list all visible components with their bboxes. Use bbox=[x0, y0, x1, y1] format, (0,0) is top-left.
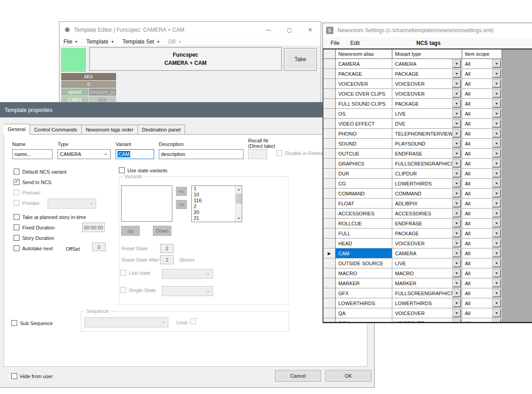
move-right-button[interactable]: >> bbox=[176, 200, 187, 209]
mosart-type-cell[interactable]: PACKAGE ▼ bbox=[392, 69, 462, 79]
mix-crosspoint-block[interactable]: MIX 0 xpoint ememnr_pr CAM1 N/A bbox=[61, 73, 116, 104]
row-selector-cell[interactable]: ▶ bbox=[323, 268, 336, 278]
mosart-type-cell[interactable]: FULLSCREENGRAPHICS ▼ bbox=[392, 288, 462, 298]
send-to-ncs-row[interactable]: Send to NCS bbox=[14, 179, 51, 185]
menu-db[interactable]: DB▼ bbox=[164, 38, 186, 46]
newsroom-alias-cell[interactable]: VOICE OVER CLIPS bbox=[336, 89, 392, 99]
dropdown-button[interactable]: ▼ bbox=[453, 170, 461, 177]
last-state-checkbox[interactable] bbox=[120, 270, 126, 276]
newsroom-alias-cell[interactable]: CAM bbox=[336, 248, 392, 258]
table-row[interactable]: ▶ CAMERA CAMERA ▼ All ▼ bbox=[323, 59, 532, 69]
mosart-type-cell[interactable]: CLIPDUR ▼ bbox=[392, 169, 462, 179]
tab[interactable]: General bbox=[4, 124, 30, 135]
table-row[interactable]: ▶ ROLLCUE ENDFRASE ▼ All ▼ bbox=[323, 219, 532, 229]
item-scope-cell[interactable]: All ▼ bbox=[462, 199, 502, 209]
dropdown-button[interactable]: ▼ bbox=[493, 289, 501, 297]
row-selector-cell[interactable]: ▶ bbox=[323, 169, 336, 179]
table-row[interactable]: ▶ OS LIVE ▼ All ▼ bbox=[323, 109, 532, 119]
dropdown-button[interactable]: ▼ bbox=[453, 289, 461, 297]
mosart-type-cell[interactable]: CAMERA ▼ bbox=[392, 59, 462, 69]
selected-variants-listbox[interactable] bbox=[121, 185, 172, 222]
template-color-swatch[interactable] bbox=[61, 48, 86, 72]
tab[interactable]: Control Commands bbox=[30, 125, 82, 135]
item-scope-cell[interactable]: All ▼ bbox=[462, 238, 502, 248]
close-button[interactable]: ✕ bbox=[300, 22, 321, 38]
row-selector-cell[interactable]: ▶ bbox=[323, 139, 336, 149]
dropdown-button[interactable]: ▼ bbox=[493, 229, 501, 237]
mosart-type-cell[interactable]: CAMERA ▼ bbox=[392, 248, 462, 258]
mosart-type-cell[interactable]: PACKAGE ▼ bbox=[392, 229, 462, 238]
available-variants-listbox[interactable]: 1 10 116 2 20 21 ▲ ▼ bbox=[191, 185, 242, 222]
dropdown-button[interactable]: ▼ bbox=[493, 120, 501, 127]
dropdown-button[interactable]: ▼ bbox=[453, 309, 461, 317]
preload-checkbox[interactable] bbox=[14, 190, 20, 195]
dropdown-button[interactable]: ▼ bbox=[453, 130, 461, 137]
newsroom-alias-cell[interactable]: CG bbox=[336, 179, 392, 189]
template-editor-titlebar[interactable]: ❋ Template Editor | Funcspec: CAMERA + C… bbox=[59, 22, 321, 38]
newsroom-alias-cell[interactable]: MARKER bbox=[336, 278, 392, 288]
table-row[interactable]: ▶ VOICE OVER CLIPS VOICEOVER ▼ All ▼ bbox=[323, 89, 532, 99]
item-scope-cell[interactable]: All ▼ bbox=[462, 79, 502, 89]
mosart-type-cell[interactable]: DVE ▼ bbox=[392, 119, 462, 129]
mosart-type-cell[interactable]: COMMAND ▼ bbox=[392, 189, 462, 199]
cancel-button[interactable]: Cancel bbox=[275, 370, 321, 382]
mosart-type-cell[interactable]: PACKAGE ▼ bbox=[392, 99, 462, 109]
dropdown-button[interactable]: ▼ bbox=[493, 299, 501, 307]
dropdown-button[interactable]: ▼ bbox=[453, 160, 461, 167]
newsroom-alias-cell[interactable]: OOV bbox=[336, 318, 392, 323]
ok-button[interactable]: OK bbox=[325, 370, 371, 382]
single-state-combobox[interactable]: ⌄ bbox=[162, 286, 213, 296]
default-ncs-variant-row[interactable]: Default NCS variant bbox=[14, 169, 66, 175]
last-state-combobox[interactable]: ⌄ bbox=[162, 269, 213, 279]
item-scope-cell[interactable]: All ▼ bbox=[462, 268, 502, 278]
xpoint-value-cell[interactable]: ememnr_pr bbox=[89, 88, 116, 96]
disable-in-rehearsal-checkbox-row[interactable]: Disable in Rehea bbox=[276, 150, 323, 156]
row-selector-cell[interactable]: ▶ bbox=[323, 278, 336, 288]
dropdown-button[interactable]: ▼ bbox=[453, 140, 461, 147]
mosart-type-cell[interactable]: VOICEOVER ▼ bbox=[392, 79, 462, 89]
maximize-button[interactable]: ▢ bbox=[279, 22, 300, 38]
menu-file[interactable]: File bbox=[323, 40, 345, 46]
item-scope-cell[interactable]: All ▼ bbox=[462, 278, 502, 288]
row-selector-cell[interactable]: ▶ bbox=[323, 258, 336, 268]
newsroom-alias-cell[interactable]: HEAD bbox=[336, 238, 392, 248]
reset-state-after-value[interactable]: 2 bbox=[160, 255, 174, 264]
newsroom-alias-cell[interactable]: GFX bbox=[336, 288, 392, 298]
row-selector-cell[interactable]: ▶ bbox=[323, 248, 336, 258]
dropdown-button[interactable]: ▼ bbox=[493, 319, 501, 323]
scroll-up-icon[interactable]: ▲ bbox=[235, 186, 242, 193]
scrollbar-thumb[interactable] bbox=[236, 194, 242, 204]
dropdown-button[interactable]: ▼ bbox=[493, 219, 501, 227]
take-at-planned-row[interactable]: Take at planned story in-time bbox=[14, 214, 86, 220]
newsroom-alias-cell[interactable]: FULL SOUND CLIPS bbox=[336, 99, 392, 109]
item-scope-cell[interactable]: All ▼ bbox=[462, 318, 502, 323]
dialog-titlebar[interactable]: Template properties bbox=[0, 102, 374, 117]
dropdown-button[interactable]: ▼ bbox=[493, 150, 501, 157]
list-item[interactable]: 21 bbox=[192, 215, 235, 221]
scroll-down-icon[interactable]: ▼ bbox=[235, 215, 242, 222]
table-row[interactable]: ▶ OUTSIDE SOURCE LIVE ▼ All ▼ bbox=[323, 258, 532, 268]
dropdown-button[interactable]: ▼ bbox=[453, 269, 461, 277]
mosart-type-cell[interactable]: LOWERTHIRDS ▼ bbox=[392, 179, 462, 189]
mosart-type-cell[interactable]: VOICEOVER ▼ bbox=[392, 308, 462, 318]
newsroom-titlebar[interactable]: S Newsroom Settings (c:\channeltemplates… bbox=[323, 23, 532, 38]
newsroom-alias-cell[interactable]: QA bbox=[336, 308, 392, 318]
table-row[interactable]: ▶ DUR CLIPDUR ▼ All ▼ bbox=[323, 169, 532, 179]
row-selector-cell[interactable]: ▶ bbox=[323, 159, 336, 169]
dropdown-button[interactable]: ▼ bbox=[453, 70, 461, 78]
row-selector-cell[interactable]: ▶ bbox=[323, 199, 336, 209]
item-scope-cell[interactable]: All ▼ bbox=[462, 219, 502, 229]
table-row[interactable]: ▶ COMMAND COMMAND ▼ All ▼ bbox=[323, 189, 532, 199]
dropdown-button[interactable]: ▼ bbox=[493, 190, 501, 197]
dropdown-button[interactable]: ▼ bbox=[453, 259, 461, 267]
mosart-type-cell[interactable]: LIVE ▼ bbox=[392, 258, 462, 268]
mosart-type-cell[interactable]: ADLIBPIX ▼ bbox=[392, 199, 462, 209]
take-button[interactable]: Take bbox=[284, 48, 317, 71]
row-selector-cell[interactable]: ▶ bbox=[323, 238, 336, 248]
tab[interactable]: Newsroom tags order bbox=[82, 125, 138, 135]
sequence-combobox[interactable]: ⌄ bbox=[84, 317, 168, 327]
dropdown-button[interactable]: ▼ bbox=[493, 70, 501, 78]
dropdown-button[interactable]: ▼ bbox=[493, 130, 501, 137]
table-row[interactable]: ▶ PACKAGE PACKAGE ▼ All ▼ bbox=[323, 69, 532, 79]
table-row[interactable]: ▶ LOWERTHIRDS LOWERTHIRDS ▼ All ▼ bbox=[323, 298, 532, 308]
